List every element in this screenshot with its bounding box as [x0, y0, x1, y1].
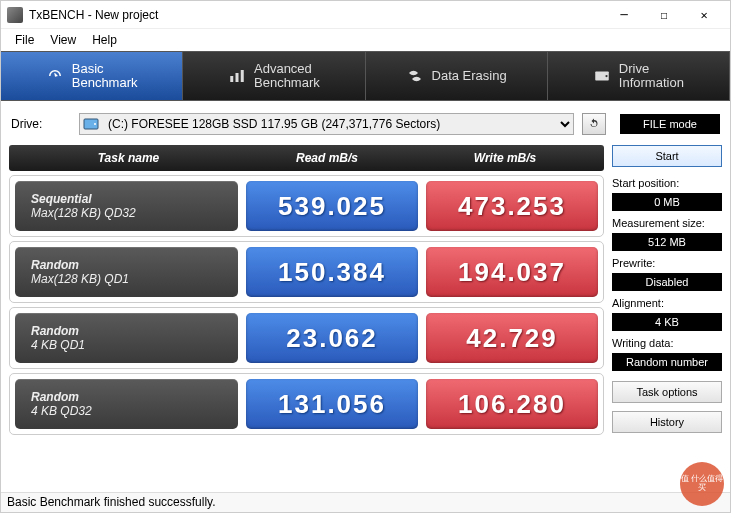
- history-button[interactable]: History: [612, 411, 722, 433]
- writing-data-label: Writing data:: [612, 337, 722, 349]
- menu-help[interactable]: Help: [84, 31, 125, 49]
- start-position-value[interactable]: 0 MB: [612, 193, 722, 211]
- app-icon: [7, 7, 23, 23]
- tab-label: Data Erasing: [432, 69, 507, 83]
- write-value: 473.253: [426, 181, 598, 231]
- drive-icon: [593, 67, 611, 85]
- header-write: Write mB/s: [416, 151, 594, 165]
- watermark-badge: 值 什么值得买: [680, 462, 724, 506]
- side-panel: Start Start position: 0 MB Measurement s…: [612, 145, 722, 435]
- prewrite-label: Prewrite:: [612, 257, 722, 269]
- svg-rect-0: [230, 76, 233, 82]
- measurement-size-value[interactable]: 512 MB: [612, 233, 722, 251]
- file-mode-button[interactable]: FILE mode: [620, 114, 720, 134]
- status-bar: Basic Benchmark finished successfully.: [1, 492, 730, 512]
- header-read: Read mB/s: [238, 151, 416, 165]
- task-options-button[interactable]: Task options: [612, 381, 722, 403]
- table-row: Random Max(128 KB) QD1 150.384 194.037: [9, 241, 604, 303]
- task-name-cell: Random 4 KB QD32: [15, 379, 238, 429]
- erase-icon: [406, 67, 424, 85]
- svg-point-6: [94, 123, 96, 125]
- menu-view[interactable]: View: [42, 31, 84, 49]
- svg-rect-1: [236, 73, 239, 82]
- reload-icon: [588, 118, 600, 130]
- table-row: Sequential Max(128 KB) QD32 539.025 473.…: [9, 175, 604, 237]
- svg-rect-2: [241, 70, 244, 82]
- start-position-label: Start position:: [612, 177, 722, 189]
- task-name-cell: Random Max(128 KB) QD1: [15, 247, 238, 297]
- writing-data-value[interactable]: Random number: [612, 353, 722, 371]
- read-value: 131.056: [246, 379, 418, 429]
- prewrite-value[interactable]: Disabled: [612, 273, 722, 291]
- gauge-icon: [46, 67, 64, 85]
- minimize-button[interactable]: ─: [604, 1, 644, 29]
- table-row: Random 4 KB QD1 23.062 42.729: [9, 307, 604, 369]
- window-title: TxBENCH - New project: [29, 8, 604, 22]
- task-name-cell: Sequential Max(128 KB) QD32: [15, 181, 238, 231]
- table-row: Random 4 KB QD32 131.056 106.280: [9, 373, 604, 435]
- tab-advanced-benchmark[interactable]: Advanced Benchmark: [183, 52, 365, 100]
- start-button[interactable]: Start: [612, 145, 722, 167]
- drive-select[interactable]: (C:) FORESEE 128GB SSD 117.95 GB (247,37…: [79, 113, 574, 135]
- menu-bar: File View Help: [1, 29, 730, 51]
- write-value: 106.280: [426, 379, 598, 429]
- main-tabs: Basic Benchmark Advanced Benchmark Data …: [1, 51, 730, 101]
- disk-icon: [83, 116, 99, 132]
- read-value: 150.384: [246, 247, 418, 297]
- tab-drive-information[interactable]: Drive Information: [548, 52, 730, 100]
- write-value: 194.037: [426, 247, 598, 297]
- menu-file[interactable]: File: [7, 31, 42, 49]
- tab-label: Drive Information: [619, 62, 684, 91]
- tab-label: Advanced Benchmark: [254, 62, 320, 91]
- tab-data-erasing[interactable]: Data Erasing: [366, 52, 548, 100]
- tab-label: Basic Benchmark: [72, 62, 138, 91]
- results-panel: Task name Read mB/s Write mB/s Sequentia…: [9, 145, 604, 435]
- table-header: Task name Read mB/s Write mB/s: [9, 145, 604, 171]
- write-value: 42.729: [426, 313, 598, 363]
- chart-icon: [228, 67, 246, 85]
- maximize-button[interactable]: ☐: [644, 1, 684, 29]
- svg-point-4: [605, 75, 607, 77]
- drive-row: Drive: (C:) FORESEE 128GB SSD 117.95 GB …: [1, 107, 730, 141]
- drive-label: Drive:: [11, 117, 71, 131]
- reload-button[interactable]: [582, 113, 606, 135]
- close-button[interactable]: ✕: [684, 1, 724, 29]
- tab-basic-benchmark[interactable]: Basic Benchmark: [1, 52, 183, 100]
- title-bar: TxBENCH - New project ─ ☐ ✕: [1, 1, 730, 29]
- read-value: 23.062: [246, 313, 418, 363]
- measurement-size-label: Measurement size:: [612, 217, 722, 229]
- task-name-cell: Random 4 KB QD1: [15, 313, 238, 363]
- alignment-label: Alignment:: [612, 297, 722, 309]
- alignment-value[interactable]: 4 KB: [612, 313, 722, 331]
- header-task: Task name: [19, 151, 238, 165]
- read-value: 539.025: [246, 181, 418, 231]
